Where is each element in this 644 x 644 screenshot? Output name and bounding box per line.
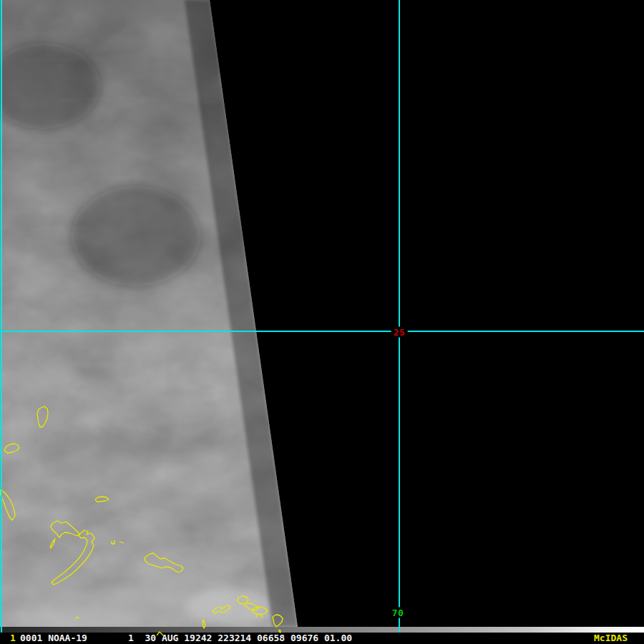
longitude-grid-line-center <box>399 0 400 633</box>
coastline-path <box>112 540 114 544</box>
coastline-path <box>0 489 15 520</box>
longitude-label: 70 <box>390 608 406 618</box>
coastline-path <box>95 497 109 502</box>
coastline-path <box>238 596 248 604</box>
coastline-path <box>256 614 257 618</box>
longitude-grid-line-left <box>1 0 2 633</box>
mcidas-display: 25 70 1 0001 NOAA-19 1 30 AUG 19242 2232… <box>0 0 644 644</box>
coastline-path <box>252 607 268 615</box>
coastline-path <box>4 444 19 453</box>
coastline-path <box>52 530 94 585</box>
coastline-path <box>145 553 183 572</box>
latitude-label: 25 <box>391 327 408 338</box>
coastline-path <box>51 521 79 537</box>
coastline-path <box>157 632 163 635</box>
coastline-path <box>273 615 283 627</box>
coastline-path <box>203 620 205 628</box>
coastline-overlay <box>0 0 644 644</box>
coastline-path <box>279 630 280 633</box>
coastline-path <box>119 542 124 543</box>
coastline-path <box>244 603 258 610</box>
coastline-path <box>213 605 230 613</box>
latitude-grid-line <box>0 331 644 332</box>
coastline-path <box>76 617 79 619</box>
coastline-path <box>50 539 55 548</box>
coastline-path <box>37 406 48 427</box>
